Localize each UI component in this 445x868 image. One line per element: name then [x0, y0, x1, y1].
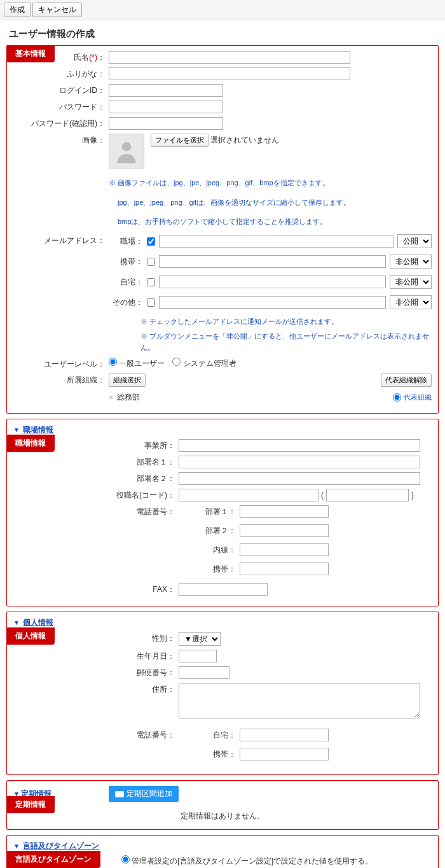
page-title: ユーザー情報の作成: [6, 24, 439, 45]
mail-other-visibility[interactable]: 非公開: [390, 295, 432, 309]
name-input[interactable]: [109, 51, 350, 64]
tel-dept1-label: 部署１：: [198, 507, 236, 517]
tel-dept2-label: 部署２：: [198, 526, 236, 536]
dept2-label: 部署名２：: [83, 472, 179, 484]
collapse-icon[interactable]: ▼: [13, 619, 20, 626]
collapse-icon[interactable]: ▼: [13, 843, 20, 850]
section-locale: ▼ 言語及びタイムゾーン 言語及びタイムゾーン 管理者設定の[言語及びタイムゾー…: [6, 835, 439, 868]
mail-work-visibility[interactable]: 公開: [397, 234, 432, 248]
mail-mobile-visibility[interactable]: 非公開: [390, 255, 432, 269]
furigana-input[interactable]: [109, 67, 350, 80]
avatar-placeholder: [109, 134, 144, 169]
mail-work-input[interactable]: [159, 235, 394, 248]
password-label: パスワード：: [13, 101, 109, 113]
locale-link[interactable]: 言語及びタイムゾーン: [23, 841, 99, 850]
position-input[interactable]: [179, 489, 318, 501]
mail-other-label: その他：: [109, 297, 143, 308]
level-admin-radio-label[interactable]: システム管理者: [172, 358, 236, 369]
ptel-mobile-label: 携帯：: [198, 749, 236, 760]
level-admin-radio[interactable]: [172, 358, 181, 366]
mail-home-checkbox[interactable]: [147, 278, 155, 286]
zip-label: 郵便番号：: [83, 666, 179, 678]
ptel-label: 電話番号：: [83, 729, 179, 741]
locale-admin-radio[interactable]: [121, 855, 130, 864]
tel-dept1-input[interactable]: [240, 505, 329, 518]
level-normal-radio-label[interactable]: 一般ユーザー: [109, 358, 165, 369]
mail-mobile-label: 携帯：: [109, 256, 143, 267]
password-confirm-input[interactable]: [109, 117, 223, 130]
collapse-icon[interactable]: ▼: [13, 426, 20, 433]
mail-label: メールアドレス：: [13, 234, 109, 246]
office-input[interactable]: [179, 439, 420, 452]
ptel-home-label: 自宅：: [198, 730, 236, 741]
login-label: ログインID：: [13, 84, 109, 96]
image-label: 画像：: [13, 134, 109, 146]
image-note2: jpg、jpe、jpeg、png、gifは、画像を適切なサイズに縮小して保存しま…: [118, 197, 350, 209]
locale-admin-radio-label[interactable]: 管理者設定の[言語及びタイムゾーン設定]で設定された値を使用する。: [121, 857, 373, 865]
furigana-label: ふりがな：: [13, 67, 109, 80]
section-title-work: 職場情報: [6, 435, 55, 452]
gender-label: 性別：: [83, 632, 179, 644]
work-link[interactable]: 職場情報: [23, 425, 53, 434]
login-input[interactable]: [109, 84, 223, 97]
zip-input[interactable]: [179, 666, 229, 679]
section-title-personal: 個人情報: [6, 627, 55, 645]
org-label: 所属組織：: [13, 374, 109, 386]
section-teiki: ▼ 定期情報 定期区間追加 定期情報 定期情報はありません。: [6, 780, 439, 830]
rep-org-radio[interactable]: [393, 393, 401, 402]
mail-home-visibility[interactable]: 非公開: [390, 275, 432, 289]
addr-input[interactable]: [179, 683, 420, 718]
gender-select[interactable]: ▼選択: [179, 632, 221, 646]
section-work: ▼ 職場情報 職場情報 事業所： 部署名１： 部署名２： 役職名(コード)： (…: [6, 419, 439, 606]
section-title-locale: 言語及びタイムゾーン: [6, 851, 100, 868]
tel-dept2-input[interactable]: [240, 524, 329, 537]
remove-org-icon[interactable]: ×: [109, 393, 113, 402]
svg-point-0: [122, 142, 132, 151]
tel-mobile-label: 携帯：: [198, 564, 236, 575]
section-title-basic: 基本情報: [6, 45, 55, 62]
ptel-home-input[interactable]: [240, 729, 329, 741]
tel-label: 電話番号：: [83, 505, 179, 517]
mail-home-label: 自宅：: [109, 277, 143, 288]
mail-mobile-checkbox[interactable]: [147, 258, 155, 266]
file-none-text: 選択されていません: [210, 136, 279, 144]
section-basic: 基本情報 氏名(*)： ふりがな： ログインID： パスワード： パスワード(確…: [6, 45, 439, 414]
tel-ext-label: 内線：: [198, 545, 236, 556]
mail-note1: ※ チェックしたメールアドレスに通知メールが送信されます。: [140, 316, 432, 328]
position-code-input[interactable]: [326, 489, 409, 501]
image-note1: ※ 画像ファイルは、jpg、jpe、jpeg、png、gif、bmpを指定できま…: [109, 177, 329, 189]
office-label: 事業所：: [83, 439, 179, 451]
mail-other-input[interactable]: [159, 296, 386, 309]
level-label: ユーザーレベル：: [13, 358, 109, 370]
dept1-label: 部署名１：: [83, 456, 179, 468]
position-label: 役職名(コード)：: [83, 489, 179, 501]
tel-mobile-input[interactable]: [240, 563, 329, 575]
mail-home-input[interactable]: [159, 276, 386, 288]
password-input[interactable]: [109, 101, 223, 113]
section-title-teiki: 定期情報: [6, 796, 55, 813]
dept2-input[interactable]: [179, 472, 420, 485]
level-normal-radio[interactable]: [109, 358, 117, 366]
tel-ext-input[interactable]: [240, 543, 329, 556]
teiki-icon: [115, 791, 124, 797]
mail-work-checkbox[interactable]: [147, 237, 155, 246]
personal-link[interactable]: 個人情報: [23, 618, 53, 627]
addr-label: 住所：: [83, 683, 179, 695]
mail-work-label: 職場：: [109, 236, 143, 247]
fax-label: FAX：: [83, 583, 179, 595]
mail-mobile-input[interactable]: [159, 255, 386, 268]
create-button[interactable]: 作成: [4, 3, 31, 17]
rep-release-button[interactable]: 代表組織解除: [381, 374, 432, 387]
add-teiki-button[interactable]: 定期区間追加: [109, 786, 179, 802]
cancel-button[interactable]: キャンセル: [32, 3, 82, 17]
section-personal: ▼ 個人情報 個人情報 性別：▼選択 生年月日： 郵便番号： 住所： 電話番号：…: [6, 612, 439, 775]
mail-other-checkbox[interactable]: [147, 298, 155, 307]
dept1-input[interactable]: [179, 456, 420, 468]
org-name: 総務部: [117, 392, 140, 403]
fax-input[interactable]: [179, 583, 268, 596]
file-select-button[interactable]: ファイルを選択: [151, 134, 209, 147]
birth-input[interactable]: [179, 650, 217, 662]
ptel-mobile-input[interactable]: [240, 748, 329, 760]
org-select-button[interactable]: 組織選択: [109, 374, 146, 387]
password-confirm-label: パスワード(確認用)：: [13, 117, 109, 129]
